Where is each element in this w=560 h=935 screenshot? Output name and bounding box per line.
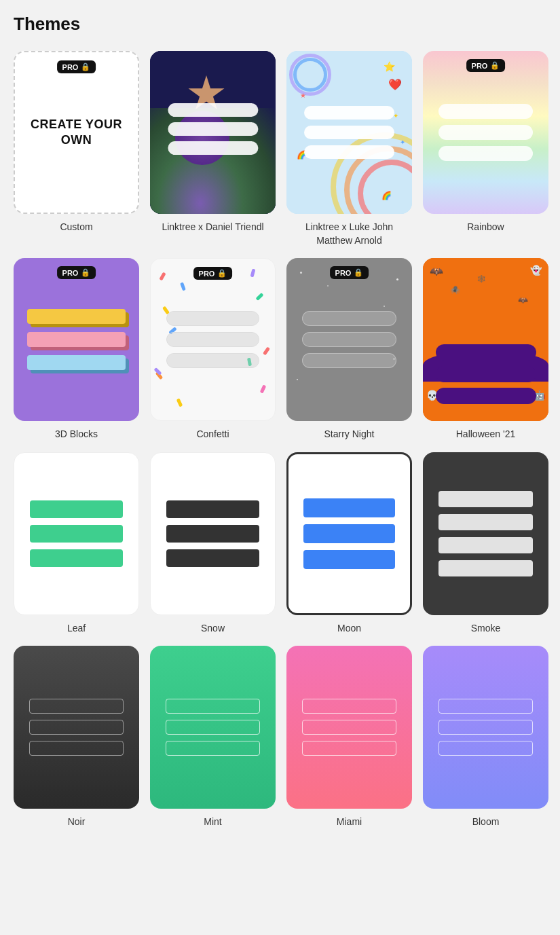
theme-item-3d: PRO 🔒 3D Blocks [14,258,139,441]
theme-item-bloom: Bloom [423,646,548,829]
theme-card-snow[interactable] [150,452,276,615]
theme-card-starry[interactable]: PRO 🔒 [286,258,412,421]
theme-card-miami[interactable] [286,646,412,809]
theme-card-bloom[interactable] [423,646,548,809]
lock-icon-rainbow: 🔒 [490,61,500,70]
theme-item-leaf: Leaf [14,452,139,636]
theme-label-custom: Custom [60,221,92,234]
themes-grid: PRO 🔒 CREATE YOUR OWN Custom Linktree x … [14,51,546,829]
theme-label-halloween: Halloween '21 [456,428,516,441]
theme-item-noir: Noir [14,646,139,829]
theme-item-confetti: PRO 🔒 [150,258,276,441]
theme-label-3d: 3D Blocks [55,428,98,441]
theme-item-luke: ⭐ ★ 🌈 ❤️ 🌈 ✦ ✦ Linktree x Luke John Matt… [286,51,412,247]
theme-item-mint: Mint [150,646,276,829]
lock-icon: 🔒 [81,62,90,71]
page-title: Themes [14,14,546,35]
theme-card-luke[interactable]: ⭐ ★ 🌈 ❤️ 🌈 ✦ ✦ [286,51,412,214]
theme-label-leaf: Leaf [67,622,86,636]
pro-badge-custom: PRO 🔒 [57,60,96,73]
theme-card-moon[interactable] [286,452,412,615]
theme-card-rainbow[interactable]: PRO 🔒 [423,51,548,214]
lock-icon-3d: 🔒 [81,268,90,277]
theme-item-miami: Miami [286,646,412,829]
theme-item-daniel: Linktree x Daniel Triendl [150,51,276,247]
theme-label-miami: Miami [337,815,362,829]
theme-label-daniel: Linktree x Daniel Triendl [162,221,263,234]
create-own-label: CREATE YOUR OWN [15,117,138,149]
theme-card-noir[interactable] [14,646,139,809]
theme-card-3d[interactable]: PRO 🔒 [14,258,139,421]
theme-card-custom[interactable]: PRO 🔒 CREATE YOUR OWN [14,51,139,214]
theme-label-luke: Linktree x Luke John Matthew Arnold [286,221,412,247]
theme-label-noir: Noir [68,815,86,829]
pro-badge-rainbow: PRO 🔒 [466,59,506,72]
theme-label-snow: Snow [201,622,225,636]
theme-item-halloween: 🦇 👻 🕷️ 🦇 🕸️ 💀 🤖 Halloween '21 [423,258,548,441]
theme-card-confetti[interactable]: PRO 🔒 [150,258,276,421]
theme-label-rainbow: Rainbow [467,221,504,234]
theme-label-starry: Starry Night [324,428,375,441]
theme-card-halloween[interactable]: 🦇 👻 🕷️ 🦇 🕸️ 💀 🤖 [423,258,548,421]
theme-item-snow: Snow [150,452,276,636]
theme-label-smoke: Smoke [471,622,501,636]
theme-item-custom: PRO 🔒 CREATE YOUR OWN Custom [14,51,139,247]
theme-card-smoke[interactable] [423,452,548,615]
pro-badge-3d: PRO 🔒 [57,266,96,279]
theme-label-bloom: Bloom [472,815,500,829]
theme-card-mint[interactable] [150,646,276,809]
theme-item-starry: PRO 🔒 Starry Night [286,258,412,441]
theme-label-confetti: Confetti [196,428,229,441]
theme-label-moon: Moon [337,622,361,636]
theme-label-mint: Mint [204,815,221,829]
theme-item-moon: Moon [286,452,412,636]
theme-card-leaf[interactable] [14,452,139,615]
theme-item-smoke: Smoke [423,452,548,636]
theme-item-rainbow: PRO 🔒 Rainbow [423,51,548,247]
theme-card-daniel[interactable] [150,51,276,214]
